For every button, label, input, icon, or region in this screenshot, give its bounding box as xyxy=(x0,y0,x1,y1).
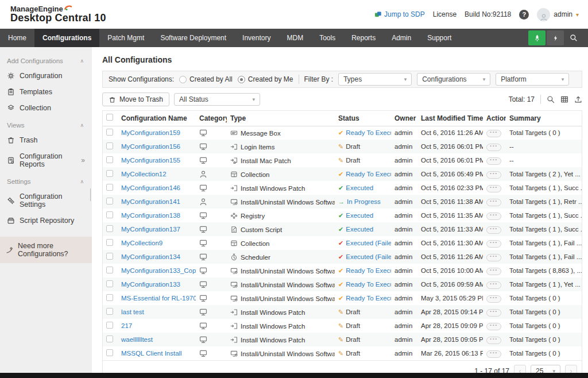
row-actions-button[interactable]: ··· xyxy=(486,309,501,317)
row-actions-button[interactable]: ··· xyxy=(486,226,501,234)
row-actions-button[interactable]: ··· xyxy=(486,350,501,358)
sidebar-item-templates[interactable]: Templates xyxy=(0,84,92,100)
configuration-name-link[interactable]: MS-Essential for RL-1970 xyxy=(121,295,196,302)
configuration-name-link[interactable]: MSSQL Client Install xyxy=(121,350,182,357)
row-actions-button[interactable]: ··· xyxy=(486,199,501,206)
configuration-name-link[interactable]: MyConfiguration138 xyxy=(121,212,180,219)
user-menu[interactable]: admin ▾ xyxy=(537,8,579,21)
row-actions-button[interactable]: ··· xyxy=(486,295,501,303)
row-checkbox[interactable] xyxy=(106,253,113,260)
column-header-configuration-name[interactable]: Configuration Name xyxy=(118,111,196,126)
platform-dropdown[interactable]: Platform▾ xyxy=(496,73,569,86)
radio-created-by-me[interactable] xyxy=(238,76,245,83)
column-header-type[interactable]: Type xyxy=(227,111,335,126)
row-actions-button[interactable]: ··· xyxy=(486,213,501,220)
row-actions-button[interactable]: ··· xyxy=(486,268,501,275)
row-checkbox[interactable] xyxy=(106,184,113,191)
row-actions-button[interactable]: ··· xyxy=(486,254,501,261)
sidebar-item-need-more-configurations[interactable]: Need more Configurations? xyxy=(0,237,92,263)
column-chooser-icon[interactable] xyxy=(560,95,568,103)
column-header-status[interactable]: Status xyxy=(335,111,391,126)
row-checkbox[interactable] xyxy=(106,267,113,273)
tab-reports[interactable]: Reports xyxy=(343,29,384,47)
tab-home[interactable]: Home xyxy=(0,29,34,47)
row-actions-button[interactable]: ··· xyxy=(486,157,501,165)
configuration-name-link[interactable]: MyConfiguration159 xyxy=(121,129,180,136)
sidebar-item-trash[interactable]: Trash xyxy=(0,132,92,148)
row-checkbox[interactable] xyxy=(106,349,113,356)
sidebar-item-configuration[interactable]: Configuration xyxy=(0,68,92,84)
status-label[interactable]: Ready To Execute xyxy=(346,295,391,302)
tab-mdm[interactable]: MDM xyxy=(278,29,311,47)
configuration-name-link[interactable]: 217 xyxy=(121,322,132,329)
sidebar-item-configuration-reports[interactable]: Configuration Reports» xyxy=(0,148,92,172)
status-label[interactable]: Ready To Execute xyxy=(346,171,391,178)
row-checkbox[interactable] xyxy=(106,225,113,232)
tab-inventory[interactable]: Inventory xyxy=(234,29,278,47)
row-checkbox[interactable] xyxy=(106,129,113,136)
column-header-owner[interactable]: Owner xyxy=(391,111,417,126)
status-label[interactable]: Executed (Failed) xyxy=(346,240,391,246)
row-checkbox[interactable] xyxy=(106,239,113,246)
configuration-name-link[interactable]: MyConfiguration146 xyxy=(121,184,180,191)
row-checkbox[interactable] xyxy=(106,335,113,342)
status-label[interactable]: In Progress xyxy=(347,198,381,205)
sidebar-section-views[interactable]: Views∧ xyxy=(0,116,92,132)
sidebar-item-collection[interactable]: Collection xyxy=(0,100,92,116)
row-actions-button[interactable]: ··· xyxy=(486,130,501,137)
search-icon[interactable] xyxy=(547,95,555,103)
row-checkbox[interactable] xyxy=(106,198,113,205)
status-filter-dropdown[interactable]: All Status▾ xyxy=(174,93,260,106)
configurations-dropdown[interactable]: Configurations▾ xyxy=(417,73,490,86)
configuration-name-link[interactable]: last test xyxy=(121,308,144,315)
configuration-name-link[interactable]: MyConfiguration133 xyxy=(121,281,180,288)
row-actions-button[interactable]: ··· xyxy=(486,240,501,248)
column-header-action[interactable]: Action xyxy=(483,111,506,126)
sidebar-section-settings[interactable]: Settings∧ xyxy=(0,172,92,188)
quick-actions-button[interactable] xyxy=(547,30,564,45)
nav-search-button[interactable] xyxy=(565,30,582,45)
status-label[interactable]: Executed (Failed) xyxy=(346,253,391,260)
row-actions-button[interactable]: ··· xyxy=(486,185,501,192)
tab-admin[interactable]: Admin xyxy=(384,29,419,47)
help-icon[interactable]: ? xyxy=(519,10,529,20)
agent-rocket-button[interactable] xyxy=(528,30,546,45)
tab-patch-mgmt[interactable]: Patch Mgmt xyxy=(99,29,152,47)
configuration-name-link[interactable]: MyConfiguration156 xyxy=(121,143,180,150)
configuration-name-link[interactable]: MyCollection12 xyxy=(121,171,167,178)
configuration-name-link[interactable]: MyConfiguration155 xyxy=(121,157,180,164)
row-actions-button[interactable]: ··· xyxy=(486,171,501,179)
row-actions-button[interactable]: ··· xyxy=(486,323,501,330)
sidebar-item-configuration-settings[interactable]: Configuration Settings xyxy=(0,188,92,213)
configuration-name-link[interactable]: MyConfiguration134 xyxy=(121,253,180,260)
status-label[interactable]: Executed xyxy=(346,212,373,219)
tab-configurations[interactable]: Configurations xyxy=(34,29,99,47)
row-actions-button[interactable]: ··· xyxy=(486,144,501,151)
license-link[interactable]: License xyxy=(433,10,457,18)
status-label[interactable]: Executed xyxy=(346,184,373,191)
export-icon[interactable] xyxy=(574,95,582,103)
status-label[interactable]: Ready To Execute xyxy=(346,281,391,288)
configuration-name-link[interactable]: waelllllltest xyxy=(121,336,153,343)
column-header-summary[interactable]: Summary xyxy=(506,111,582,126)
configuration-name-link[interactable]: MyConfiguration133_Copy xyxy=(121,267,196,274)
tab-support[interactable]: Support xyxy=(419,29,459,47)
row-checkbox[interactable] xyxy=(106,308,113,315)
configuration-name-link[interactable]: MyConfiguration137 xyxy=(121,226,180,233)
radio-created-by-all-label[interactable]: Created by All xyxy=(189,75,233,83)
jump-to-sdp-link[interactable]: Jump to SDP xyxy=(374,10,425,18)
configuration-name-link[interactable]: MyCollection9 xyxy=(121,240,163,246)
status-label[interactable]: Ready To Execute xyxy=(346,129,391,136)
row-checkbox[interactable] xyxy=(106,322,113,329)
row-checkbox[interactable] xyxy=(106,211,113,218)
tab-software-deployment[interactable]: Software Deployment xyxy=(152,29,234,47)
select-all-checkbox[interactable] xyxy=(106,114,113,121)
sidebar-item-script-repository[interactable]: Script Repository xyxy=(0,213,92,229)
status-label[interactable]: Ready To Execute xyxy=(346,267,391,274)
move-to-trash-button[interactable]: Move to Trash xyxy=(102,92,169,106)
row-actions-button[interactable]: ··· xyxy=(486,337,501,344)
row-checkbox[interactable] xyxy=(106,294,113,301)
configuration-name-link[interactable]: MyConfiguration141 xyxy=(121,198,180,205)
row-checkbox[interactable] xyxy=(106,156,113,163)
row-checkbox[interactable] xyxy=(106,170,113,177)
